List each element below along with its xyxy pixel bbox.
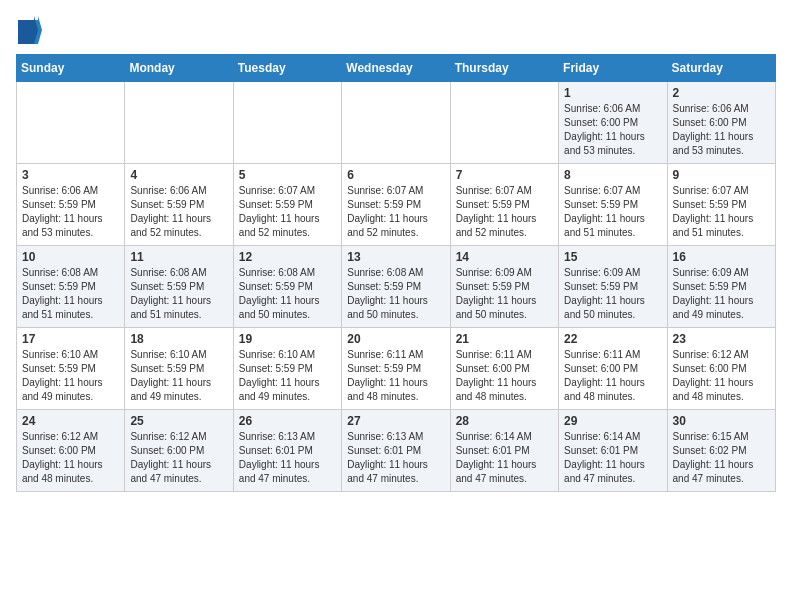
day-info: Sunrise: 6:13 AMSunset: 6:01 PMDaylight:… [239, 430, 336, 486]
week-row-4: 17Sunrise: 6:10 AMSunset: 5:59 PMDayligh… [17, 328, 776, 410]
day-info: Sunrise: 6:08 AMSunset: 5:59 PMDaylight:… [22, 266, 119, 322]
calendar-cell: 3Sunrise: 6:06 AMSunset: 5:59 PMDaylight… [17, 164, 125, 246]
calendar-cell: 12Sunrise: 6:08 AMSunset: 5:59 PMDayligh… [233, 246, 341, 328]
calendar-cell: 7Sunrise: 6:07 AMSunset: 5:59 PMDaylight… [450, 164, 558, 246]
calendar-cell: 8Sunrise: 6:07 AMSunset: 5:59 PMDaylight… [559, 164, 667, 246]
header [16, 16, 776, 44]
day-info: Sunrise: 6:07 AMSunset: 5:59 PMDaylight:… [239, 184, 336, 240]
day-header-tuesday: Tuesday [233, 55, 341, 82]
svg-marker-1 [18, 16, 38, 44]
day-header-saturday: Saturday [667, 55, 775, 82]
day-info: Sunrise: 6:07 AMSunset: 5:59 PMDaylight:… [456, 184, 553, 240]
day-info: Sunrise: 6:11 AMSunset: 6:00 PMDaylight:… [564, 348, 661, 404]
day-info: Sunrise: 6:08 AMSunset: 5:59 PMDaylight:… [347, 266, 444, 322]
day-info: Sunrise: 6:06 AMSunset: 6:00 PMDaylight:… [673, 102, 770, 158]
day-number: 25 [130, 414, 227, 428]
day-number: 17 [22, 332, 119, 346]
day-info: Sunrise: 6:07 AMSunset: 5:59 PMDaylight:… [564, 184, 661, 240]
calendar-cell [342, 82, 450, 164]
day-info: Sunrise: 6:14 AMSunset: 6:01 PMDaylight:… [456, 430, 553, 486]
day-info: Sunrise: 6:07 AMSunset: 5:59 PMDaylight:… [347, 184, 444, 240]
calendar-table: SundayMondayTuesdayWednesdayThursdayFrid… [16, 54, 776, 492]
calendar-cell [233, 82, 341, 164]
day-number: 21 [456, 332, 553, 346]
day-info: Sunrise: 6:12 AMSunset: 6:00 PMDaylight:… [130, 430, 227, 486]
day-number: 4 [130, 168, 227, 182]
calendar-cell [450, 82, 558, 164]
day-number: 22 [564, 332, 661, 346]
calendar-cell: 9Sunrise: 6:07 AMSunset: 5:59 PMDaylight… [667, 164, 775, 246]
day-number: 6 [347, 168, 444, 182]
week-row-5: 24Sunrise: 6:12 AMSunset: 6:00 PMDayligh… [17, 410, 776, 492]
calendar-cell: 27Sunrise: 6:13 AMSunset: 6:01 PMDayligh… [342, 410, 450, 492]
day-info: Sunrise: 6:12 AMSunset: 6:00 PMDaylight:… [673, 348, 770, 404]
day-info: Sunrise: 6:07 AMSunset: 5:59 PMDaylight:… [673, 184, 770, 240]
week-row-1: 1Sunrise: 6:06 AMSunset: 6:00 PMDaylight… [17, 82, 776, 164]
day-info: Sunrise: 6:13 AMSunset: 6:01 PMDaylight:… [347, 430, 444, 486]
calendar-cell: 26Sunrise: 6:13 AMSunset: 6:01 PMDayligh… [233, 410, 341, 492]
week-row-2: 3Sunrise: 6:06 AMSunset: 5:59 PMDaylight… [17, 164, 776, 246]
calendar-cell: 10Sunrise: 6:08 AMSunset: 5:59 PMDayligh… [17, 246, 125, 328]
week-row-3: 10Sunrise: 6:08 AMSunset: 5:59 PMDayligh… [17, 246, 776, 328]
day-number: 20 [347, 332, 444, 346]
calendar-cell: 20Sunrise: 6:11 AMSunset: 5:59 PMDayligh… [342, 328, 450, 410]
calendar-cell: 5Sunrise: 6:07 AMSunset: 5:59 PMDaylight… [233, 164, 341, 246]
day-header-sunday: Sunday [17, 55, 125, 82]
day-number: 15 [564, 250, 661, 264]
day-number: 26 [239, 414, 336, 428]
calendar-cell: 1Sunrise: 6:06 AMSunset: 6:00 PMDaylight… [559, 82, 667, 164]
day-number: 24 [22, 414, 119, 428]
calendar-cell [125, 82, 233, 164]
calendar-cell: 14Sunrise: 6:09 AMSunset: 5:59 PMDayligh… [450, 246, 558, 328]
day-number: 3 [22, 168, 119, 182]
day-number: 5 [239, 168, 336, 182]
day-info: Sunrise: 6:11 AMSunset: 5:59 PMDaylight:… [347, 348, 444, 404]
day-number: 7 [456, 168, 553, 182]
day-number: 29 [564, 414, 661, 428]
page: SundayMondayTuesdayWednesdayThursdayFrid… [0, 0, 792, 508]
day-info: Sunrise: 6:10 AMSunset: 5:59 PMDaylight:… [22, 348, 119, 404]
day-info: Sunrise: 6:06 AMSunset: 6:00 PMDaylight:… [564, 102, 661, 158]
calendar-cell: 21Sunrise: 6:11 AMSunset: 6:00 PMDayligh… [450, 328, 558, 410]
calendar-cell: 15Sunrise: 6:09 AMSunset: 5:59 PMDayligh… [559, 246, 667, 328]
day-header-wednesday: Wednesday [342, 55, 450, 82]
calendar-cell: 18Sunrise: 6:10 AMSunset: 5:59 PMDayligh… [125, 328, 233, 410]
day-info: Sunrise: 6:09 AMSunset: 5:59 PMDaylight:… [673, 266, 770, 322]
day-number: 18 [130, 332, 227, 346]
day-number: 11 [130, 250, 227, 264]
calendar-cell: 6Sunrise: 6:07 AMSunset: 5:59 PMDaylight… [342, 164, 450, 246]
calendar-cell: 25Sunrise: 6:12 AMSunset: 6:00 PMDayligh… [125, 410, 233, 492]
day-info: Sunrise: 6:12 AMSunset: 6:00 PMDaylight:… [22, 430, 119, 486]
calendar-cell: 13Sunrise: 6:08 AMSunset: 5:59 PMDayligh… [342, 246, 450, 328]
logo [16, 16, 42, 44]
calendar-cell [17, 82, 125, 164]
day-number: 13 [347, 250, 444, 264]
day-number: 30 [673, 414, 770, 428]
day-number: 23 [673, 332, 770, 346]
day-number: 16 [673, 250, 770, 264]
calendar-cell: 22Sunrise: 6:11 AMSunset: 6:00 PMDayligh… [559, 328, 667, 410]
day-header-thursday: Thursday [450, 55, 558, 82]
day-header-monday: Monday [125, 55, 233, 82]
calendar-cell: 17Sunrise: 6:10 AMSunset: 5:59 PMDayligh… [17, 328, 125, 410]
day-info: Sunrise: 6:06 AMSunset: 5:59 PMDaylight:… [22, 184, 119, 240]
day-info: Sunrise: 6:11 AMSunset: 6:00 PMDaylight:… [456, 348, 553, 404]
day-info: Sunrise: 6:10 AMSunset: 5:59 PMDaylight:… [239, 348, 336, 404]
day-info: Sunrise: 6:08 AMSunset: 5:59 PMDaylight:… [239, 266, 336, 322]
day-number: 10 [22, 250, 119, 264]
day-number: 19 [239, 332, 336, 346]
calendar-cell: 29Sunrise: 6:14 AMSunset: 6:01 PMDayligh… [559, 410, 667, 492]
day-info: Sunrise: 6:10 AMSunset: 5:59 PMDaylight:… [130, 348, 227, 404]
calendar-cell: 30Sunrise: 6:15 AMSunset: 6:02 PMDayligh… [667, 410, 775, 492]
calendar-cell: 24Sunrise: 6:12 AMSunset: 6:00 PMDayligh… [17, 410, 125, 492]
day-number: 14 [456, 250, 553, 264]
calendar-cell: 23Sunrise: 6:12 AMSunset: 6:00 PMDayligh… [667, 328, 775, 410]
day-info: Sunrise: 6:09 AMSunset: 5:59 PMDaylight:… [456, 266, 553, 322]
header-row: SundayMondayTuesdayWednesdayThursdayFrid… [17, 55, 776, 82]
calendar-cell: 28Sunrise: 6:14 AMSunset: 6:01 PMDayligh… [450, 410, 558, 492]
day-number: 8 [564, 168, 661, 182]
day-number: 28 [456, 414, 553, 428]
day-info: Sunrise: 6:09 AMSunset: 5:59 PMDaylight:… [564, 266, 661, 322]
day-info: Sunrise: 6:06 AMSunset: 5:59 PMDaylight:… [130, 184, 227, 240]
day-number: 12 [239, 250, 336, 264]
